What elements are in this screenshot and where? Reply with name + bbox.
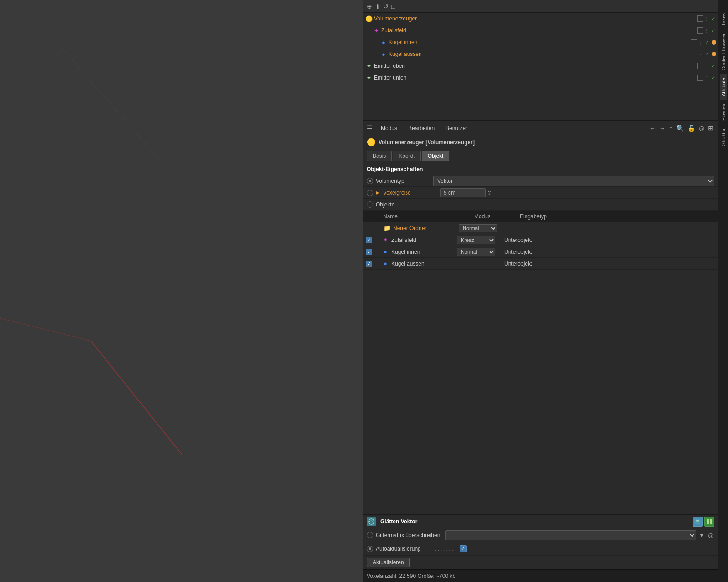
bearbeiten-menu[interactable]: Bearbeiten — [405, 123, 437, 133]
outliner-row-volumenerzeuger[interactable]: 🟡 Volumenerzeuger ⋮ ✓ — [363, 13, 718, 25]
up-icon[interactable]: ⬆ — [375, 3, 380, 10]
lock-icon[interactable]: 🔒 — [687, 124, 696, 133]
attr-tabs: Basis Koord. Objekt — [363, 149, 718, 163]
checkbox-kugel-innen[interactable] — [366, 249, 372, 255]
tab-attribute[interactable]: Attribute — [720, 74, 727, 100]
check-icon-2[interactable]: ✓ — [703, 39, 710, 45]
orange-dot-3 — [712, 52, 716, 56]
check-icon-5[interactable]: ✓ — [710, 75, 716, 81]
volumentyp-radio[interactable] — [367, 178, 373, 184]
zufall-icon: ✦ — [372, 26, 380, 35]
tab-koord[interactable]: Koord. — [393, 151, 420, 161]
table-row-kugel-innen[interactable]: ● Kugel innen Normal Kreuz Unterobjekt — [363, 246, 718, 258]
svg-point-18 — [369, 519, 374, 524]
table-empty-space — [363, 270, 718, 297]
table-row-zufallsfeld[interactable]: ✦ Zufallsfeld Kreuz Normal Unterobjekt — [363, 234, 718, 246]
up-nav-icon[interactable]: ↑ — [668, 124, 673, 133]
autoaktualisierung-row: Autoaktualisierung . . . . . . . — [363, 542, 718, 556]
status-text: Voxelanzahl: 22.590 Größe: ~700 kb — [367, 573, 455, 579]
modus-select-neuer-ordner[interactable]: Normal Kreuz — [459, 224, 497, 232]
autoaktualisierung-checkbox[interactable] — [460, 545, 467, 552]
row-actions-0: ⋮ ✓ — [697, 15, 716, 22]
back-icon[interactable]: ← — [648, 124, 657, 133]
attr-nav-icons: ← → ↑ 🔍 🔒 ◎ ⊞ — [648, 124, 714, 133]
tab-content-browser[interactable]: Content Browser — [720, 30, 727, 74]
glatten-btn-add[interactable] — [693, 517, 703, 527]
checkbox-kugel-aussen[interactable] — [366, 261, 372, 267]
svg-rect-21 — [707, 519, 709, 524]
visibility-icon-0[interactable] — [697, 15, 703, 22]
visibility-icon-4[interactable] — [697, 63, 703, 69]
gittermatrix-target-icon[interactable]: ◎ — [707, 531, 714, 540]
objekte-dots: . . . . — [433, 202, 443, 207]
outliner-row-kugel-innen[interactable]: ● Kugel innen ⋮ ✓ — [363, 36, 718, 48]
volumentyp-select[interactable]: Vektor Skalar Normal — [433, 176, 714, 186]
tab-takes[interactable]: Takes — [720, 9, 727, 30]
target-icon[interactable]: ◎ — [698, 124, 705, 133]
item-eingabe-zufallsfeld: Unterobjekt — [504, 237, 715, 243]
check-icon-3[interactable]: ✓ — [703, 51, 710, 57]
outliner-row-emitter-unten[interactable]: ✦ Emitter unten ⋮ ✓ — [363, 72, 718, 84]
prop-row-volumentyp: Volumentyp Vektor Skalar Normal — [363, 175, 718, 187]
objects-table: Name Modus Eingabetyp 📁 Neuer Ordner Nor… — [363, 211, 718, 297]
gittermatrix-select[interactable] — [445, 530, 696, 540]
aktualisieren-button[interactable]: Aktualisieren — [367, 558, 410, 567]
visibility-icon-2[interactable] — [691, 39, 697, 45]
voxelgrosse-input[interactable] — [440, 188, 486, 197]
attribute-manager: ☰ Modus Bearbeiten Benutzer ← → ↑ 🔍 🔒 ◎ … — [363, 121, 718, 582]
gittermatrix-radio[interactable] — [367, 532, 373, 538]
autoaktualisierung-radio[interactable] — [367, 546, 373, 552]
glatten-btn-green[interactable] — [704, 517, 714, 527]
top-toolbar: ⊕ ⬆ ↺ □ — [363, 0, 718, 13]
glatten-icon — [367, 517, 376, 526]
autoaktualisierung-label: Autoaktualisierung — [376, 546, 430, 552]
move-icon[interactable]: ⊕ — [367, 3, 372, 10]
zufall-icon-table: ✦ — [381, 236, 389, 244]
gittermatrix-down-icon[interactable]: ▼ — [698, 531, 705, 539]
glatten-label: Glätten Vektor — [380, 518, 435, 525]
status-bar: Voxelanzahl: 22.590 Größe: ~700 kb — [363, 569, 718, 582]
outliner-row-zufallsfeld[interactable]: ✦ Zufallsfeld ⋮ ✓ — [363, 25, 718, 36]
outliner-label-zufallsfeld: Zufallsfeld — [381, 27, 696, 34]
attr-title-bar: 🟡 Volumenerzeuger [Volumenerzeuger] — [363, 135, 718, 149]
check-icon-1[interactable]: ✓ — [710, 27, 716, 34]
visibility-icon-5[interactable] — [697, 75, 703, 81]
prop-row-voxelgrosse: ▶ Voxelgröße ⇕ — [363, 187, 718, 199]
forward-icon[interactable]: → — [658, 124, 667, 133]
check-icon-4[interactable]: ✓ — [710, 63, 716, 69]
attr-title-text: Volumenerzeuger [Volumenerzeuger] — [379, 139, 475, 146]
refresh-icon[interactable]: ↺ — [383, 3, 389, 10]
objekte-radio[interactable] — [367, 201, 373, 208]
autoaktualisierung-dots: . . . . . . . — [435, 546, 453, 552]
outliner-row-emitter-oben[interactable]: ✦ Emitter oben ⋮ ✓ — [363, 60, 718, 72]
modus-select-zufallsfeld[interactable]: Kreuz Normal — [457, 236, 495, 244]
indent-line-1 — [375, 234, 379, 246]
snap-icon[interactable]: □ — [391, 3, 395, 10]
visibility-icon-1[interactable] — [697, 27, 703, 34]
search-icon[interactable]: 🔍 — [675, 124, 685, 133]
voxelgrosse-radio[interactable] — [367, 190, 373, 196]
right-sidebar: ⊕ ⬆ ↺ □ 🟡 Volumenerzeuger ⋮ ✓ ✦ Zufallsf… — [363, 0, 718, 582]
hamburger-icon[interactable]: ☰ — [367, 125, 373, 132]
voxelgrosse-spinner[interactable]: ⇕ — [487, 189, 492, 196]
modus-select-kugel-innen[interactable]: Normal Kreuz — [457, 248, 495, 256]
outliner-label-emitter-unten: Emitter unten — [374, 75, 696, 81]
checkbox-zufallsfeld[interactable] — [366, 237, 372, 243]
row-actions-1: ⋮ ✓ — [697, 27, 716, 34]
far-right-tabs: Takes Content Browser Attribute Ebenen S… — [718, 0, 728, 582]
table-row-kugel-aussen[interactable]: ● Kugel aussen Unterobjekt — [363, 258, 718, 270]
benutzer-menu[interactable]: Benutzer — [443, 123, 470, 133]
modus-menu[interactable]: Modus — [378, 123, 400, 133]
volumentyp-value: Vektor Skalar Normal — [433, 176, 714, 186]
outliner-label-volumenerzeuger: Volumenerzeuger — [374, 15, 696, 22]
table-row-neuer-ordner[interactable]: 📁 Neuer Ordner Normal Kreuz — [363, 222, 718, 234]
tab-basis[interactable]: Basis — [367, 151, 392, 161]
visibility-icon-3[interactable] — [691, 51, 697, 57]
emitter-unten-icon: ✦ — [365, 74, 373, 82]
check-icon-0[interactable]: ✓ — [710, 15, 716, 22]
tab-objekt[interactable]: Objekt — [422, 151, 450, 161]
tab-ebenen[interactable]: Ebenen — [720, 100, 727, 125]
outliner-row-kugel-aussen[interactable]: ● Kugel aussen ⋮ ✓ — [363, 48, 718, 60]
add-tab-icon[interactable]: ⊞ — [707, 124, 714, 133]
tab-struktur[interactable]: Struktur — [720, 125, 727, 150]
